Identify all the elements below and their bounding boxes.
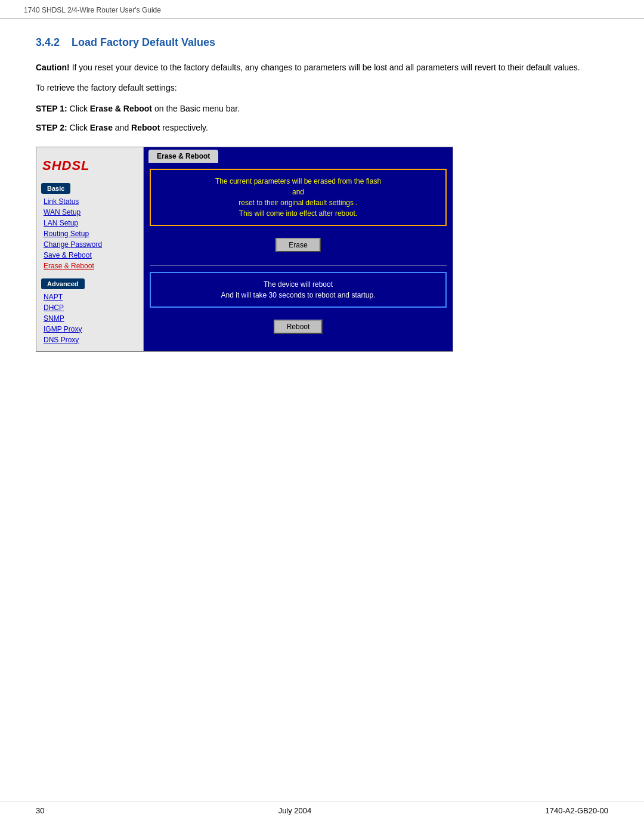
caution-paragraph: Caution! If you reset your device to the… [36, 61, 608, 74]
advanced-section: Advanced NAPT DHCP SNMP IGMP Proxy DNS P… [36, 276, 143, 345]
erase-line3: reset to their original default settings… [239, 199, 357, 207]
erase-line1: The current parameters will be erased fr… [215, 177, 381, 185]
erase-info-box: The current parameters will be erased fr… [150, 169, 447, 226]
section-heading: 3.4.2 Load Factory Default Values [36, 36, 608, 49]
step1-text: Click Erase & Reboot on the Basic menu b… [67, 104, 240, 113]
erase-button[interactable]: Erase [275, 238, 320, 252]
sidebar-link-igmp[interactable]: IGMP Proxy [36, 324, 143, 335]
sidebar-logo: SHDSL [36, 153, 143, 181]
reboot-info-text: The device will reboot And it will take … [160, 279, 436, 301]
reboot-button-row: Reboot [150, 316, 447, 336]
sidebar-link-napt[interactable]: NAPT [36, 292, 143, 302]
doc-header: 1740 SHDSL 2/4-Wire Router User's Guide [0, 0, 644, 18]
screenshot: SHDSL Basic Link Status WAN Setup LAN Se… [36, 147, 453, 352]
sidebar-link-save[interactable]: Save & Reboot [36, 250, 143, 261]
footer-date: July 2004 [278, 806, 312, 815]
step2-text: Click Erase and Reboot respectively. [67, 123, 208, 132]
erase-line2: and [292, 188, 304, 196]
reboot-info-box: The device will reboot And it will take … [150, 272, 447, 308]
erase-line4: This will come into effect after reboot. [239, 209, 358, 218]
sidebar-link-dhcp[interactable]: DHCP [36, 302, 143, 313]
reboot-line1: The device will reboot [264, 280, 333, 289]
tab-erase-reboot[interactable]: Erase & Reboot [148, 150, 218, 163]
header-title: 1740 SHDSL 2/4-Wire Router User's Guide [24, 6, 161, 14]
main-panel: Erase & Reboot The current parameters wi… [144, 147, 453, 351]
advanced-badge: Advanced [41, 278, 85, 289]
basic-section: Basic Link Status WAN Setup LAN Setup Ro… [36, 181, 143, 271]
basic-badge: Basic [41, 183, 70, 194]
caution-label: Caution! [36, 63, 70, 72]
section-title: Load Factory Default Values [72, 36, 215, 48]
sidebar-link-wan[interactable]: WAN Setup [36, 207, 143, 218]
erase-info-text: The current parameters will be erased fr… [160, 176, 436, 219]
doc-footer: 30 July 2004 1740-A2-GB20-00 [0, 801, 644, 815]
tab-bar: Erase & Reboot [144, 147, 453, 163]
step1: STEP 1: Click Erase & Reboot on the Basi… [36, 102, 608, 115]
sidebar-link-snmp[interactable]: SNMP [36, 313, 143, 324]
sidebar-link-status[interactable]: Link Status [36, 196, 143, 207]
main-content: 3.4.2 Load Factory Default Values Cautio… [0, 18, 644, 411]
sidebar-link-routing[interactable]: Routing Setup [36, 228, 143, 239]
sidebar-link-password[interactable]: Change Password [36, 239, 143, 250]
footer-page: 30 [36, 806, 44, 815]
section-number: 3.4.2 [36, 36, 60, 48]
step2: STEP 2: Click Erase and Reboot respectiv… [36, 121, 608, 134]
caution-text: If you reset your device to the factory … [70, 63, 580, 72]
step2-label: STEP 2: [36, 123, 67, 132]
sidebar-link-erase[interactable]: Erase & Reboot [36, 261, 143, 271]
reboot-button[interactable]: Reboot [274, 320, 323, 334]
erase-button-row: Erase [150, 234, 447, 258]
erase-section: The current parameters will be erased fr… [144, 163, 453, 264]
retrieve-text: To retrieve the factory default settings… [36, 81, 608, 94]
sidebar-link-dns[interactable]: DNS Proxy [36, 335, 143, 345]
step1-label: STEP 1: [36, 104, 67, 113]
sidebar: SHDSL Basic Link Status WAN Setup LAN Se… [36, 147, 144, 351]
reboot-section: The device will reboot And it will take … [144, 266, 453, 342]
logo-text: SHDSL [42, 158, 90, 173]
reboot-line2: And it will take 30 seconds to reboot an… [221, 291, 376, 299]
sidebar-link-lan[interactable]: LAN Setup [36, 218, 143, 228]
footer-doc-id: 1740-A2-GB20-00 [545, 806, 608, 815]
